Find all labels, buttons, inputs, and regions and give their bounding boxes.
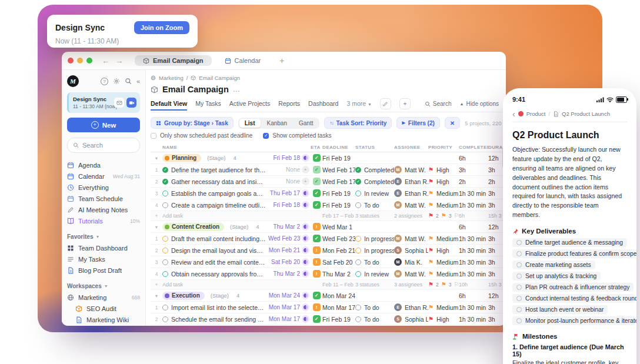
task-sort-button[interactable]: ↑↓ Task Sort: Priority xyxy=(324,117,392,129)
group-by-button[interactable]: Group by: Stage › Task xyxy=(151,117,234,129)
new-tab-button[interactable]: + xyxy=(279,56,284,65)
sidebar-item-agenda[interactable]: Agenda xyxy=(67,159,140,171)
deliverable-item[interactable]: Monitor post-launch performance & iterat… xyxy=(512,316,635,325)
collapse-sidebar-icon[interactable]: « xyxy=(136,78,140,85)
sidebar-meeting-card[interactable]: Design Sync 11 - 11:30 AM (now) xyxy=(67,92,140,113)
eta-scheduled-icon[interactable] xyxy=(302,303,309,311)
sidebar-item-everything[interactable]: Everything xyxy=(67,182,140,193)
task-row[interactable]: 4Create a campaign timeline outline with… xyxy=(151,199,506,211)
workspace-item-seo-audit[interactable]: SEO Audit xyxy=(67,303,140,314)
hide-options-button[interactable]: ▲ Hide options xyxy=(459,101,499,107)
column-completed[interactable]: COMPLETED... xyxy=(459,145,488,150)
more-tabs-button[interactable]: 3 more ▼ xyxy=(346,100,372,111)
eta-scheduled-icon[interactable] xyxy=(302,223,309,231)
eta-scheduled-icon[interactable] xyxy=(302,292,309,299)
sidebar-item-tutorials[interactable]: Tutorials10% xyxy=(67,215,140,226)
new-button[interactable]: + New xyxy=(67,118,140,132)
task-row[interactable]: 1Import email list into the selected ema… xyxy=(151,302,506,313)
view-mode-list[interactable]: List xyxy=(239,119,261,128)
breadcrumb-product[interactable]: Product xyxy=(526,111,546,117)
view-tab-active-projects[interactable]: Active Projects xyxy=(229,100,270,111)
minimize-window-button[interactable] xyxy=(77,58,83,64)
edit-views-button[interactable] xyxy=(380,98,391,109)
filters-button[interactable]: ▶ Filters (2) xyxy=(396,117,439,129)
add-task-row[interactable]: +Add taskFeb 11 – Feb 203 statuses3 assi… xyxy=(151,280,506,290)
close-window-button[interactable] xyxy=(68,58,74,64)
breadcrumb-page[interactable]: Q2 Product Launch xyxy=(562,111,610,117)
breadcrumb-email-campaign[interactable]: Email Campaign xyxy=(199,75,240,81)
task-row[interactable]: 3Review and edit the email content for c… xyxy=(151,256,506,268)
join-video-button[interactable] xyxy=(126,98,136,108)
add-view-button[interactable]: + xyxy=(399,98,411,109)
caret-down-icon[interactable]: ▾ xyxy=(151,155,162,161)
back-arrow-icon[interactable]: ← xyxy=(102,56,109,65)
eta-scheduled-icon[interactable] xyxy=(302,270,309,278)
eta-scheduled-icon[interactable] xyxy=(302,315,309,323)
task-row[interactable]: 4Obtain necessary approvals from stakeho… xyxy=(151,268,506,280)
deliverable-item[interactable]: Conduct internal testing & feedback roun… xyxy=(512,294,635,303)
sidebar-item-team-schedule[interactable]: Team Schedule xyxy=(67,193,140,204)
view-tab-reports[interactable]: Reports xyxy=(278,100,300,111)
task-row[interactable]: 2Schedule the email for sending based on… xyxy=(151,313,506,325)
sidebar-item-ai-meeting-notes[interactable]: AI Meeting Notes xyxy=(67,204,140,215)
deliverable-item[interactable]: Set up analytics & tracking xyxy=(512,272,601,280)
deliverable-item[interactable]: Plan PR outreach & influencer strategy xyxy=(512,283,634,292)
favorites-section-header[interactable]: Favorites ▼ xyxy=(67,233,140,240)
workspaces-section-header[interactable]: Workspaces ▼ xyxy=(67,283,140,289)
workspace-item-ugc-list[interactable]: UGC List xyxy=(67,325,140,326)
workspace-item-marketing-wiki[interactable]: Marketing Wiki xyxy=(67,314,140,325)
workspace-item-marketing[interactable]: Marketing668 xyxy=(67,292,140,303)
task-row[interactable]: 1Draft the email content including subje… xyxy=(151,233,506,245)
workspace-logo[interactable]: M xyxy=(67,75,79,87)
group-header-execution[interactable]: ▾Execution(Stage)4Mon Mar 24✓Mon Mar 246… xyxy=(151,290,506,302)
back-chevron-icon[interactable]: ‹ xyxy=(512,111,515,117)
eta-scheduled-icon[interactable] xyxy=(302,258,309,266)
view-mode-kanban[interactable]: Kanban xyxy=(262,119,292,128)
deliverable-item[interactable]: Define target audience & messaging xyxy=(512,238,627,247)
view-tab-default-view[interactable]: Default View xyxy=(151,100,187,111)
add-task-row[interactable]: +Add taskFeb 17 – Feb 193 statuses2 assi… xyxy=(151,211,506,221)
column-assignee[interactable]: ASSIGNEE xyxy=(394,145,428,150)
column-duration[interactable]: DURA... xyxy=(488,145,504,150)
sidebar-item-calendar[interactable]: CalendarWed Aug 31 xyxy=(67,171,140,182)
eta-add-icon[interactable]: + xyxy=(302,166,309,173)
past-deadline-checkbox[interactable]: Only show scheduled past deadline xyxy=(151,132,252,139)
column-eta[interactable]: ETA xyxy=(311,145,322,150)
clear-filters-button[interactable]: ✕ xyxy=(445,117,460,129)
breadcrumb-marketing[interactable]: Marketing xyxy=(159,75,184,81)
group-header-content-creation[interactable]: ▾Content Creation(Stage)4Thu Mar 2!Wed M… xyxy=(151,221,506,233)
eta-scheduled-icon[interactable] xyxy=(302,189,309,197)
search-button[interactable]: Search xyxy=(425,101,452,107)
deliverable-item[interactable]: Create marketing assets xyxy=(512,261,595,269)
column-deadline[interactable]: DEADLINE xyxy=(322,145,355,150)
eta-add-icon[interactable]: + xyxy=(302,178,309,185)
sidebar-search-input[interactable]: Search xyxy=(67,138,140,153)
task-row[interactable]: 1✓Define the target audience for the ema… xyxy=(151,164,506,176)
tab-calendar[interactable]: Calendar xyxy=(216,55,269,66)
gear-icon[interactable] xyxy=(113,78,120,85)
deliverable-item[interactable]: Finalize product features & confirm scop… xyxy=(512,249,635,258)
forward-arrow-icon[interactable]: → xyxy=(115,56,123,65)
deliverable-item[interactable]: Host launch event or webinar xyxy=(512,305,608,314)
eta-scheduled-icon[interactable] xyxy=(302,235,309,242)
caret-down-icon[interactable]: ▾ xyxy=(151,224,162,230)
title-more-button[interactable]: … xyxy=(233,85,240,93)
favorite-item-blog-post-draft[interactable]: Blog Post Draft xyxy=(67,265,140,276)
caret-down-icon[interactable]: ▾ xyxy=(151,293,162,299)
column-status[interactable]: STATUS xyxy=(355,145,394,150)
favorite-item-team-dashboard[interactable]: Team Dashboard xyxy=(67,242,140,253)
eta-scheduled-icon[interactable] xyxy=(302,201,309,209)
view-tab-dashboard[interactable]: Dashboard xyxy=(308,100,338,111)
task-row[interactable]: 2Design the email layout and visuals acc… xyxy=(151,245,506,256)
favorite-item-my-tasks[interactable]: My Tasks xyxy=(67,253,140,265)
task-row[interactable]: 2✓Gather necessary data and insights abo… xyxy=(151,176,506,188)
tab-email-campaign[interactable]: Email Campaign xyxy=(135,55,212,66)
help-icon[interactable]: ? xyxy=(101,78,108,85)
zoom-window-button[interactable] xyxy=(86,58,92,64)
column-priority[interactable]: PRIORITY xyxy=(428,145,459,150)
view-mode-gantt[interactable]: Gantt xyxy=(294,119,318,128)
email-meeting-button[interactable] xyxy=(114,98,124,108)
task-row[interactable]: 3Conduct a final check for links and for… xyxy=(151,325,506,326)
search-icon[interactable] xyxy=(125,78,132,85)
task-row[interactable]: 3Establish the campaign goals and object… xyxy=(151,188,506,199)
